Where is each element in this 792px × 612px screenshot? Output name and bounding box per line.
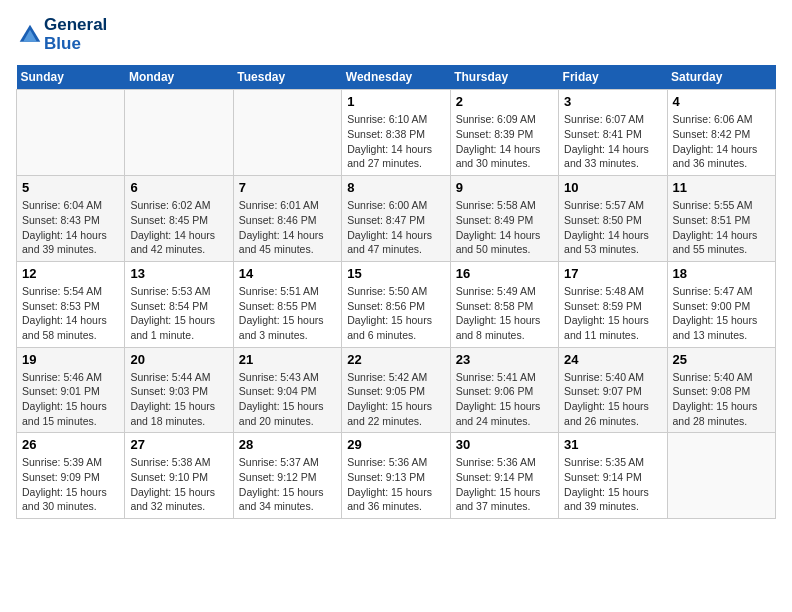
day-info: Sunrise: 5:49 AMSunset: 8:58 PMDaylight:… [456, 284, 553, 343]
day-number: 17 [564, 266, 661, 281]
week-row-5: 26Sunrise: 5:39 AMSunset: 9:09 PMDayligh… [17, 433, 776, 519]
day-cell: 2Sunrise: 6:09 AMSunset: 8:39 PMDaylight… [450, 90, 558, 176]
day-info: Sunrise: 5:36 AMSunset: 9:13 PMDaylight:… [347, 455, 444, 514]
day-cell: 25Sunrise: 5:40 AMSunset: 9:08 PMDayligh… [667, 347, 775, 433]
day-number: 5 [22, 180, 119, 195]
weekday-header-row: SundayMondayTuesdayWednesdayThursdayFrid… [17, 65, 776, 90]
day-number: 15 [347, 266, 444, 281]
day-info: Sunrise: 5:58 AMSunset: 8:49 PMDaylight:… [456, 198, 553, 257]
day-number: 30 [456, 437, 553, 452]
day-number: 7 [239, 180, 336, 195]
weekday-header-thursday: Thursday [450, 65, 558, 90]
day-info: Sunrise: 5:42 AMSunset: 9:05 PMDaylight:… [347, 370, 444, 429]
logo-text-blue: Blue [44, 35, 107, 54]
day-cell: 4Sunrise: 6:06 AMSunset: 8:42 PMDaylight… [667, 90, 775, 176]
day-cell: 17Sunrise: 5:48 AMSunset: 8:59 PMDayligh… [559, 261, 667, 347]
day-cell: 8Sunrise: 6:00 AMSunset: 8:47 PMDaylight… [342, 176, 450, 262]
logo: General Blue [16, 16, 107, 53]
logo-icon [18, 23, 42, 47]
day-cell: 16Sunrise: 5:49 AMSunset: 8:58 PMDayligh… [450, 261, 558, 347]
day-info: Sunrise: 5:50 AMSunset: 8:56 PMDaylight:… [347, 284, 444, 343]
day-cell: 5Sunrise: 6:04 AMSunset: 8:43 PMDaylight… [17, 176, 125, 262]
day-number: 1 [347, 94, 444, 109]
weekday-header-monday: Monday [125, 65, 233, 90]
logo-text-general: General [44, 16, 107, 35]
day-info: Sunrise: 5:36 AMSunset: 9:14 PMDaylight:… [456, 455, 553, 514]
day-cell: 30Sunrise: 5:36 AMSunset: 9:14 PMDayligh… [450, 433, 558, 519]
day-number: 11 [673, 180, 770, 195]
day-number: 14 [239, 266, 336, 281]
day-cell [233, 90, 341, 176]
day-number: 23 [456, 352, 553, 367]
day-cell [667, 433, 775, 519]
day-cell: 23Sunrise: 5:41 AMSunset: 9:06 PMDayligh… [450, 347, 558, 433]
day-cell: 1Sunrise: 6:10 AMSunset: 8:38 PMDaylight… [342, 90, 450, 176]
day-number: 26 [22, 437, 119, 452]
day-cell: 24Sunrise: 5:40 AMSunset: 9:07 PMDayligh… [559, 347, 667, 433]
day-cell [125, 90, 233, 176]
week-row-4: 19Sunrise: 5:46 AMSunset: 9:01 PMDayligh… [17, 347, 776, 433]
day-info: Sunrise: 5:46 AMSunset: 9:01 PMDaylight:… [22, 370, 119, 429]
weekday-header-friday: Friday [559, 65, 667, 90]
weekday-header-tuesday: Tuesday [233, 65, 341, 90]
day-info: Sunrise: 5:48 AMSunset: 8:59 PMDaylight:… [564, 284, 661, 343]
week-row-2: 5Sunrise: 6:04 AMSunset: 8:43 PMDaylight… [17, 176, 776, 262]
day-info: Sunrise: 5:54 AMSunset: 8:53 PMDaylight:… [22, 284, 119, 343]
day-number: 22 [347, 352, 444, 367]
day-number: 12 [22, 266, 119, 281]
day-number: 27 [130, 437, 227, 452]
day-info: Sunrise: 5:51 AMSunset: 8:55 PMDaylight:… [239, 284, 336, 343]
day-cell: 26Sunrise: 5:39 AMSunset: 9:09 PMDayligh… [17, 433, 125, 519]
day-info: Sunrise: 6:01 AMSunset: 8:46 PMDaylight:… [239, 198, 336, 257]
day-number: 21 [239, 352, 336, 367]
day-number: 29 [347, 437, 444, 452]
day-info: Sunrise: 5:41 AMSunset: 9:06 PMDaylight:… [456, 370, 553, 429]
day-cell: 14Sunrise: 5:51 AMSunset: 8:55 PMDayligh… [233, 261, 341, 347]
day-info: Sunrise: 5:37 AMSunset: 9:12 PMDaylight:… [239, 455, 336, 514]
day-info: Sunrise: 5:40 AMSunset: 9:08 PMDaylight:… [673, 370, 770, 429]
weekday-header-sunday: Sunday [17, 65, 125, 90]
day-number: 28 [239, 437, 336, 452]
calendar-table: SundayMondayTuesdayWednesdayThursdayFrid… [16, 65, 776, 519]
day-cell: 11Sunrise: 5:55 AMSunset: 8:51 PMDayligh… [667, 176, 775, 262]
day-number: 19 [22, 352, 119, 367]
day-number: 25 [673, 352, 770, 367]
day-info: Sunrise: 5:53 AMSunset: 8:54 PMDaylight:… [130, 284, 227, 343]
day-cell: 21Sunrise: 5:43 AMSunset: 9:04 PMDayligh… [233, 347, 341, 433]
day-info: Sunrise: 5:43 AMSunset: 9:04 PMDaylight:… [239, 370, 336, 429]
week-row-3: 12Sunrise: 5:54 AMSunset: 8:53 PMDayligh… [17, 261, 776, 347]
day-number: 3 [564, 94, 661, 109]
day-info: Sunrise: 5:38 AMSunset: 9:10 PMDaylight:… [130, 455, 227, 514]
day-number: 6 [130, 180, 227, 195]
week-row-1: 1Sunrise: 6:10 AMSunset: 8:38 PMDaylight… [17, 90, 776, 176]
day-cell: 9Sunrise: 5:58 AMSunset: 8:49 PMDaylight… [450, 176, 558, 262]
day-info: Sunrise: 6:10 AMSunset: 8:38 PMDaylight:… [347, 112, 444, 171]
day-cell: 27Sunrise: 5:38 AMSunset: 9:10 PMDayligh… [125, 433, 233, 519]
page-header: General Blue [16, 16, 776, 53]
day-number: 31 [564, 437, 661, 452]
day-cell: 13Sunrise: 5:53 AMSunset: 8:54 PMDayligh… [125, 261, 233, 347]
day-info: Sunrise: 6:04 AMSunset: 8:43 PMDaylight:… [22, 198, 119, 257]
day-number: 24 [564, 352, 661, 367]
day-info: Sunrise: 5:35 AMSunset: 9:14 PMDaylight:… [564, 455, 661, 514]
day-cell [17, 90, 125, 176]
day-info: Sunrise: 5:55 AMSunset: 8:51 PMDaylight:… [673, 198, 770, 257]
day-cell: 6Sunrise: 6:02 AMSunset: 8:45 PMDaylight… [125, 176, 233, 262]
weekday-header-wednesday: Wednesday [342, 65, 450, 90]
day-number: 9 [456, 180, 553, 195]
day-number: 10 [564, 180, 661, 195]
day-cell: 28Sunrise: 5:37 AMSunset: 9:12 PMDayligh… [233, 433, 341, 519]
day-number: 20 [130, 352, 227, 367]
day-info: Sunrise: 6:00 AMSunset: 8:47 PMDaylight:… [347, 198, 444, 257]
day-info: Sunrise: 5:39 AMSunset: 9:09 PMDaylight:… [22, 455, 119, 514]
day-number: 16 [456, 266, 553, 281]
day-info: Sunrise: 6:09 AMSunset: 8:39 PMDaylight:… [456, 112, 553, 171]
weekday-header-saturday: Saturday [667, 65, 775, 90]
day-cell: 7Sunrise: 6:01 AMSunset: 8:46 PMDaylight… [233, 176, 341, 262]
day-info: Sunrise: 6:02 AMSunset: 8:45 PMDaylight:… [130, 198, 227, 257]
day-cell: 15Sunrise: 5:50 AMSunset: 8:56 PMDayligh… [342, 261, 450, 347]
day-cell: 18Sunrise: 5:47 AMSunset: 9:00 PMDayligh… [667, 261, 775, 347]
day-info: Sunrise: 5:57 AMSunset: 8:50 PMDaylight:… [564, 198, 661, 257]
day-cell: 3Sunrise: 6:07 AMSunset: 8:41 PMDaylight… [559, 90, 667, 176]
day-number: 4 [673, 94, 770, 109]
